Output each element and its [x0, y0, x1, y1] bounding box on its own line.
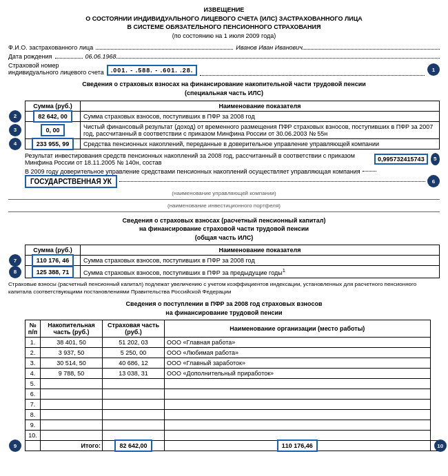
- cell-org: [165, 400, 431, 410]
- cell-nakop: 3 937, 50: [41, 348, 103, 358]
- separator1: [8, 199, 440, 200]
- section3-table-wrap: № п/п Накопительная часть (руб.) Страхов…: [8, 320, 440, 451]
- cell-nakop: [41, 420, 103, 431]
- cell-strah: 40 686, 12: [103, 358, 165, 369]
- trust-company: ГОСУДАРСТВЕННАЯ УК: [25, 175, 117, 188]
- snils-value: .001. - .588. - .601. .28.: [107, 65, 198, 76]
- cell-num: 1.: [26, 338, 41, 348]
- cell-strah: [103, 389, 165, 400]
- total-row: 9 Итого: 82 642,00 110 176,46 10: [26, 441, 440, 451]
- total-nakop: 82 642,00: [103, 441, 165, 451]
- section1-table-wrap: Сумма (руб.) Наименование показателя 2 8…: [8, 101, 440, 149]
- circle-8: 8: [9, 266, 21, 278]
- circle-7: 7: [9, 254, 21, 267]
- section2-footnote: Страховые взносы (расчетный пенсионный к…: [8, 281, 440, 296]
- cell-num: 10.: [26, 431, 41, 441]
- desc-row1: Сумма страховых взносов, поступивших в П…: [81, 111, 440, 121]
- col-org-header: Наименование организации (место работы): [165, 320, 431, 338]
- col-name2-header: Наименование показателя: [81, 245, 440, 256]
- document-title: ИЗВЕЩЕНИЕ О СОСТОЯНИИ ИНДИВИДУАЛЬНОГО ЛИ…: [8, 6, 440, 40]
- amount-row1: 82 642, 00: [33, 110, 72, 123]
- table-row: 1. 38 401, 50 51 202, 03 ООО «Главная ра…: [26, 338, 440, 348]
- cell-nakop: [41, 389, 103, 400]
- portfolio-sublabel: (наименование инвестиционного портфеля): [8, 203, 440, 209]
- circle-5: 5: [431, 153, 440, 165]
- total-strah: 110 176,46 10: [165, 441, 431, 451]
- cell-org: [165, 389, 431, 400]
- snils-sublabel: индивидуального лицевого счета: [8, 69, 104, 76]
- circle-2: 2: [9, 110, 21, 123]
- invest-row: Результат инвестирования средств пенсион…: [8, 152, 440, 166]
- cell-num: 2.: [26, 348, 41, 358]
- snils-row: Страховой номер индивидуального лицевого…: [8, 62, 440, 76]
- portfolio-label: (наименование управляющей компании): [8, 190, 440, 196]
- table-row: 9.: [26, 420, 440, 431]
- table-row: 2. 3 937, 50 5 250, 00 ООО «Любимая рабо…: [26, 348, 440, 358]
- snils-label: Страховой номер: [8, 62, 104, 69]
- cell-num: 8.: [26, 410, 41, 420]
- cell-strah: 13 038, 31: [103, 369, 165, 379]
- table-row: 7.: [26, 400, 440, 410]
- cell-org: [165, 410, 431, 420]
- table-row: 8 125 388, 71 Сумма страховых взносов, п…: [26, 266, 440, 278]
- cell-nakop: [41, 410, 103, 420]
- cell-num: 6.: [26, 389, 41, 400]
- table-row: 6.: [26, 389, 440, 400]
- table-row: 8.: [26, 410, 440, 420]
- col-nakop-header: Накопительная часть (руб.): [41, 320, 103, 338]
- amount-s2-row2: 125 388, 71: [32, 266, 74, 278]
- cell-org: ООО «Любимая работа»: [165, 348, 431, 358]
- desc-row3: Средства пенсионных накоплений, переданн…: [81, 138, 440, 149]
- table-row: 2 82 642, 00 Сумма страховых взносов, по…: [26, 111, 440, 121]
- invest-value: 0,995732415743: [374, 154, 428, 165]
- cell-nakop: [41, 400, 103, 410]
- cell-strah: [103, 400, 165, 410]
- desc-s2-row2: Сумма страховых взносов, поступивших в П…: [81, 266, 440, 278]
- cell-num: 4.: [26, 369, 41, 379]
- cell-strah: [103, 379, 165, 389]
- total-label: Итого:: [41, 441, 103, 451]
- table-row: 4 233 955, 99 Средства пенсионных накопл…: [26, 138, 440, 149]
- col-sum-header: Сумма (руб.): [26, 101, 81, 111]
- circle-1: 1: [427, 63, 440, 76]
- circle-4: 4: [9, 138, 21, 150]
- section3-title: Сведения о поступлении в ПФР за 2008 год…: [8, 300, 440, 317]
- cell-nakop: 9 788, 50: [41, 369, 103, 379]
- cell-org: [165, 379, 431, 389]
- circle-3: 3: [9, 124, 21, 136]
- trust-row: В 2009 году доверительное управление сре…: [8, 168, 440, 188]
- section3-table: № п/п Накопительная часть (руб.) Страхов…: [25, 320, 440, 451]
- fio-label: Ф.И.О. застрахованного лица: [8, 44, 93, 51]
- amount-row3: 233 955, 99: [32, 138, 74, 150]
- table-row: 3. 30 514, 50 40 686, 12 ООО «Главный за…: [26, 358, 440, 369]
- desc-s2-row1: Сумма страховых взносов, поступивших в П…: [81, 256, 440, 266]
- section1-table: Сумма (руб.) Наименование показателя 2 8…: [25, 101, 440, 149]
- cell-num: 9.: [26, 420, 41, 431]
- fio-row: Ф.И.О. застрахованного лица Иванов Иван …: [8, 44, 440, 51]
- table-row: 10.: [26, 431, 440, 441]
- amount-row2: 0, 00: [41, 124, 64, 136]
- cell-strah: 51 202, 03: [103, 338, 165, 348]
- amount-s2-row1: 110 176, 46: [32, 254, 74, 267]
- col-num-header: № п/п: [26, 320, 41, 338]
- cell-strah: [103, 420, 165, 431]
- section2-table-wrap: Сумма (руб.) Наименование показателя 7 1…: [8, 245, 440, 278]
- cell-org: ООО «Главная работа»: [165, 338, 431, 348]
- section2-table: Сумма (руб.) Наименование показателя 7 1…: [25, 245, 440, 278]
- section2-title: Сведения о страховых взносах (расчетный …: [8, 216, 440, 242]
- separator2: [8, 211, 440, 212]
- cell-num: 3.: [26, 358, 41, 369]
- table-row: 4. 9 788, 50 13 038, 31 ООО «Дополнитель…: [26, 369, 440, 379]
- table-row: 3 0, 00 Чистый финансовый результат (дох…: [26, 121, 440, 138]
- circle-10: 10: [434, 439, 447, 452]
- cell-nakop: [41, 379, 103, 389]
- cell-org: ООО «Главный заработок»: [165, 358, 431, 369]
- table-row: 7 110 176, 46 Сумма страховых взносов, п…: [26, 256, 440, 266]
- cell-num: 5.: [26, 379, 41, 389]
- fio-value: Иванов Иван Иванович: [236, 44, 303, 51]
- col-name-header: Наименование показателя: [81, 101, 440, 111]
- circle-6: 6: [427, 175, 440, 187]
- circle-9: 9: [9, 439, 21, 452]
- desc-row2: Чистый финансовый результат (доход) от в…: [81, 121, 440, 138]
- cell-org: [165, 420, 431, 431]
